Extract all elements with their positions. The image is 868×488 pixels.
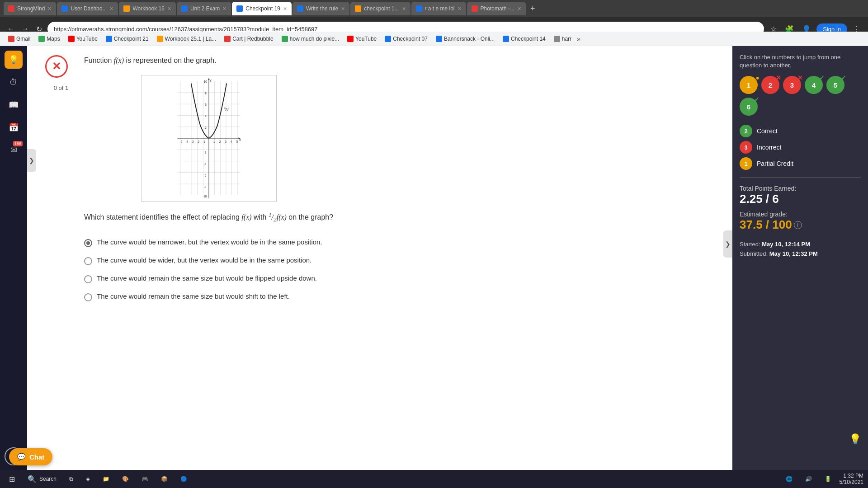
tab-unit2exam[interactable]: Unit 2 Exam ✕ (177, 2, 231, 15)
tab-userdash[interactable]: User Dashbo... ✕ (57, 2, 118, 15)
clock: 1:32 PM 5/10/2021 (840, 473, 863, 485)
tab-checkpoint19[interactable]: Checkpoint 19 ✕ (232, 2, 292, 15)
taskbar-task-view[interactable]: ⧉ (65, 474, 78, 484)
option-2[interactable]: The curve would be wider, but the vertex… (84, 252, 333, 270)
bookmark-gmail[interactable]: Gmail (5, 34, 34, 43)
tab-label: Photomath -... (481, 5, 514, 12)
bookmarks-more[interactable]: » (577, 35, 580, 42)
left-panel-toggle[interactable]: ❯ (27, 149, 36, 172)
tab-checkpoint1[interactable]: checkpoint 1... ✕ (350, 2, 410, 15)
sidebar-toggle-btn[interactable]: ❯ (723, 230, 732, 258)
tab-close-btn[interactable]: ✕ (222, 6, 226, 12)
sidebar-clock[interactable]: ⏱ (5, 73, 23, 91)
estimated-grade-value: 37.5 / 100 (740, 218, 792, 232)
tab-close-btn[interactable]: ✕ (167, 6, 171, 12)
tab-writetherule[interactable]: Write the rule ✕ (292, 2, 349, 15)
taskbar-sound[interactable]: 🔊 (801, 474, 816, 484)
bookmark-youtube2[interactable]: YouTube (344, 34, 380, 43)
bookmark-checkpoint14[interactable]: Checkpoint 14 (499, 34, 549, 43)
tab-ratemelo[interactable]: r a t e me lol ✕ (411, 2, 466, 15)
taskbar-app4[interactable]: 🎮 (137, 474, 153, 484)
q-bubble-1[interactable]: 1 ● (740, 76, 758, 94)
chat-button[interactable]: 💬 Chat (9, 448, 52, 465)
tab-favicon (61, 5, 68, 12)
submitted-label: Submitted: (740, 250, 768, 257)
bookmark-checkpoint07[interactable]: Checkpoint 07 (381, 34, 431, 43)
taskbar-search[interactable]: 🔍 Search (23, 473, 61, 485)
option-1-radio[interactable] (84, 239, 92, 247)
option-1[interactable]: The curve would be narrower, but the ver… (84, 234, 333, 252)
q-num-3: 3 (790, 81, 794, 89)
tab-photomath[interactable]: Photomath -... ✕ (467, 2, 526, 15)
taskbar-app6[interactable]: 🔵 (176, 474, 192, 484)
bookmark-label: Cart | Redbubble (232, 36, 274, 42)
taskbar-wifi[interactable]: 🌐 (781, 474, 797, 484)
bookmark-maps[interactable]: Maps (35, 34, 63, 43)
bookmark-checkpoint21[interactable]: Checkpoint 21 (102, 34, 152, 43)
taskbar-app1[interactable]: ◈ (81, 474, 94, 484)
bookmark-youtube1[interactable]: YouTube (65, 34, 101, 43)
taskbar-app5[interactable]: 📦 (156, 474, 172, 484)
question-nav: 1 ● 2 ✕ 3 ✕ 4 ✓ 5 ✓ (740, 76, 861, 116)
legend-incorrect: 3 Incorrect (740, 141, 861, 154)
option-3[interactable]: The curve would remain the same size but… (84, 270, 333, 288)
q-bubble-5[interactable]: 5 ✓ (826, 76, 844, 94)
tab-strongmind[interactable]: StrongMind ✕ (4, 2, 56, 15)
tab-label: User Dashbo... (71, 5, 107, 12)
search-label: Search (39, 476, 57, 482)
bookmark-bannersnack[interactable]: Bannersnack - Onli... (432, 34, 498, 43)
option-1-text: The curve would be narrower, but the ver… (97, 238, 322, 246)
search-icon: 🔍 (28, 475, 37, 483)
q-num-2: 2 (769, 81, 772, 89)
total-points-value: 2.25 / 6 (740, 192, 861, 206)
q6-status-icon: ✓ (754, 96, 760, 103)
sidebar-lightbulb[interactable]: 💡 (5, 51, 23, 69)
tab-label: r a t e me lol (425, 5, 455, 12)
q-bubble-3[interactable]: 3 ✕ (783, 76, 801, 94)
q-bubble-2[interactable]: 2 ✕ (761, 76, 779, 94)
tab-favicon (416, 5, 422, 12)
taskbar-app2[interactable]: 📁 (98, 474, 114, 484)
q-bubble-4[interactable]: 4 ✓ (805, 76, 823, 94)
info-icon[interactable]: i (794, 221, 802, 229)
svg-text:10: 10 (203, 80, 207, 83)
bookmark-pixie[interactable]: how much do pixie... (278, 34, 343, 43)
tab-close-btn[interactable]: ✕ (283, 6, 287, 12)
question-area: ✕ 0 of 1 Function f(x) is represented on… (45, 55, 452, 306)
tab-workbook16[interactable]: Workbook 16 ✕ (119, 2, 175, 15)
bookmark-harr[interactable]: harr (550, 34, 575, 43)
bookmark-label: YouTube (76, 36, 98, 42)
q-bubble-6[interactable]: 6 ✓ (740, 98, 758, 116)
option-4-radio[interactable] (84, 293, 92, 301)
app6-icon: 🔵 (180, 476, 187, 482)
tab-close-btn[interactable]: ✕ (402, 6, 406, 12)
sidebar-calendar[interactable]: 📅 (5, 118, 23, 136)
svg-text:4: 4 (205, 114, 207, 117)
bookmark-label: YouTube (355, 36, 377, 42)
left-sidebar: 💡 ⏱ 📖 📅 ✉ 186 ? (0, 46, 27, 470)
taskbar-windows-btn[interactable]: ⊞ (5, 473, 19, 485)
tab-close-btn[interactable]: ✕ (458, 6, 462, 12)
legend-correct: 2 Correct (740, 125, 861, 137)
sidebar-mail[interactable]: ✉ 186 (5, 141, 23, 159)
new-tab-btn[interactable]: + (527, 2, 539, 15)
svg-text:-5: -5 (179, 140, 182, 143)
youtube2-favicon (347, 36, 354, 42)
bookmark-workbook25[interactable]: Workbook 25.1 | La... (153, 34, 220, 43)
tab-close-btn[interactable]: ✕ (517, 6, 521, 12)
option-4[interactable]: The curve would remain the same size but… (84, 288, 333, 306)
app5-icon: 📦 (161, 476, 168, 482)
bookmark-redbubble[interactable]: Cart | Redbubble (221, 34, 277, 43)
started-row: Started: May 10, 12:14 PM (740, 241, 861, 248)
sidebar-book[interactable]: 📖 (5, 96, 23, 114)
tab-close-btn[interactable]: ✕ (109, 6, 113, 12)
option-3-radio[interactable] (84, 275, 92, 283)
chat-label: Chat (29, 453, 44, 461)
option-2-radio[interactable] (84, 257, 92, 265)
taskbar-battery[interactable]: 🔋 (820, 474, 836, 484)
taskbar-app3[interactable]: 🎨 (118, 474, 133, 484)
bookmarks-bar: Gmail Maps YouTube Checkpoint 21 Workboo… (0, 32, 868, 46)
tab-close-btn[interactable]: ✕ (47, 6, 52, 12)
tab-close-btn[interactable]: ✕ (341, 6, 345, 12)
svg-text:2: 2 (205, 126, 207, 129)
